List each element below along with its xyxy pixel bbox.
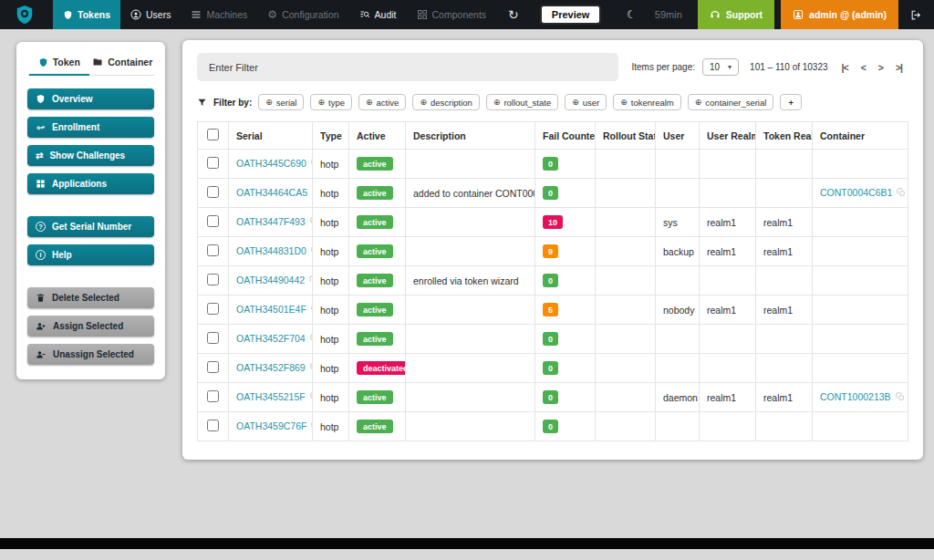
filter-chip[interactable]: ⊕ serial bbox=[258, 94, 304, 110]
show-challenges-button[interactable]: ⇄ Show Challenges bbox=[27, 145, 154, 166]
nav-label: Machines bbox=[206, 9, 247, 20]
delete-selected-button[interactable]: Delete Selected bbox=[27, 287, 154, 308]
tab-container[interactable]: Container bbox=[91, 49, 155, 75]
row-checkbox[interactable] bbox=[207, 157, 219, 169]
filter-chip[interactable]: ⊕ rollout_state bbox=[486, 94, 558, 110]
active-badge[interactable]: active bbox=[357, 186, 393, 200]
token-realm-cell bbox=[756, 150, 813, 179]
container-link[interactable]: CONT1000213B bbox=[820, 391, 891, 402]
row-checkbox[interactable] bbox=[207, 420, 219, 431]
enrollment-button[interactable]: Enrollment bbox=[27, 117, 154, 138]
filter-input[interactable] bbox=[197, 53, 618, 81]
get-serial-number-button[interactable]: ? Get Serial Number bbox=[27, 216, 154, 237]
row-checkbox[interactable] bbox=[207, 244, 219, 256]
token-realm-cell bbox=[756, 179, 813, 208]
nav-machines[interactable]: Machines bbox=[181, 0, 257, 29]
last-page-icon[interactable]: >| bbox=[896, 62, 902, 73]
serial-link[interactable]: OATH3452F704 bbox=[236, 333, 306, 344]
rollout-state-cell bbox=[596, 237, 656, 266]
row-checkbox[interactable] bbox=[207, 274, 219, 285]
applications-button[interactable]: Applications bbox=[27, 173, 154, 194]
filter-chip[interactable]: ⊕ active bbox=[358, 94, 406, 110]
active-badge[interactable]: active bbox=[357, 157, 393, 171]
serial-link[interactable]: OATH3445C690 bbox=[236, 158, 306, 169]
tab-token[interactable]: Token bbox=[27, 49, 91, 75]
active-badge[interactable]: active bbox=[357, 274, 393, 287]
refresh-icon[interactable]: ↻ bbox=[496, 0, 531, 29]
prev-page-icon[interactable]: < bbox=[861, 62, 866, 73]
serial-link[interactable]: OATH3447F493 bbox=[236, 216, 306, 227]
table-row: OATH3452F869 hotp deactivated 0 bbox=[198, 354, 908, 383]
overview-button[interactable]: Overview bbox=[27, 88, 154, 109]
items-per-page-select[interactable]: 10 ▾ bbox=[702, 58, 739, 76]
container-copy-icon[interactable] bbox=[896, 392, 905, 403]
fail-counter-badge: 0 bbox=[543, 157, 558, 171]
add-filter-chip[interactable]: + bbox=[780, 94, 802, 110]
support-button[interactable]: Support bbox=[698, 0, 774, 29]
user-cell bbox=[656, 150, 700, 179]
button-label: Enrollment bbox=[52, 122, 99, 132]
assign-selected-button[interactable]: Assign Selected bbox=[27, 316, 154, 337]
active-badge[interactable]: active bbox=[357, 303, 393, 316]
nav-configuration[interactable]: ⚙ Configuration bbox=[257, 0, 348, 29]
support-label: Support bbox=[726, 9, 763, 20]
help-button[interactable]: i Help bbox=[27, 244, 154, 265]
filter-chip[interactable]: ⊕ container_serial bbox=[688, 94, 774, 110]
unassign-selected-button[interactable]: Unassign Selected bbox=[27, 344, 154, 365]
select-all-checkbox[interactable] bbox=[207, 129, 219, 140]
row-checkbox[interactable] bbox=[207, 361, 219, 373]
active-badge[interactable]: active bbox=[357, 420, 393, 433]
serial-link[interactable]: OATH344831D0 bbox=[236, 245, 306, 256]
preview-button[interactable]: Preview bbox=[540, 5, 602, 25]
fail-counter-badge: 0 bbox=[543, 274, 558, 287]
container-link[interactable]: CONT0004C6B1 bbox=[820, 187, 892, 198]
description-cell bbox=[406, 296, 535, 325]
grid-icon bbox=[36, 179, 46, 189]
nav-users[interactable]: Users bbox=[120, 0, 181, 29]
container-copy-icon[interactable] bbox=[897, 188, 906, 199]
row-checkbox[interactable] bbox=[207, 215, 219, 227]
filter-chip[interactable]: ⊕ tokenrealm bbox=[613, 94, 681, 110]
nav-audit[interactable]: Audit bbox=[349, 0, 407, 29]
serial-link[interactable]: OATH3452F869 bbox=[236, 362, 306, 373]
row-checkbox[interactable] bbox=[207, 332, 219, 344]
serial-link[interactable]: OATH34501E4F bbox=[236, 304, 306, 315]
next-page-icon[interactable]: > bbox=[878, 62, 883, 73]
admin-user-button[interactable]: admin @ (admin) bbox=[781, 0, 898, 29]
row-checkbox[interactable] bbox=[207, 303, 219, 315]
sidebar-tabs: Token Container bbox=[27, 49, 154, 76]
row-checkbox[interactable] bbox=[207, 390, 219, 402]
active-badge[interactable]: deactivated bbox=[357, 361, 406, 375]
dark-mode-icon[interactable]: ☾ bbox=[617, 0, 647, 29]
nav-components[interactable]: Components bbox=[407, 0, 497, 29]
active-badge[interactable]: active bbox=[357, 244, 393, 258]
app-logo[interactable] bbox=[0, 0, 53, 29]
column-header: Description bbox=[406, 122, 535, 150]
copy-icon[interactable] bbox=[309, 275, 312, 286]
rollout-state-cell bbox=[596, 383, 656, 412]
user-realm-cell: realm1 bbox=[700, 237, 756, 266]
user-cell bbox=[656, 179, 700, 208]
active-badge[interactable]: active bbox=[357, 390, 393, 404]
filter-chip[interactable]: ⊕ description bbox=[412, 94, 480, 110]
description-cell bbox=[406, 412, 535, 441]
user-realm-cell bbox=[700, 412, 756, 441]
serial-link[interactable]: OATH3455215F bbox=[236, 391, 306, 402]
caret-down-icon: ▾ bbox=[728, 63, 732, 71]
active-badge[interactable]: active bbox=[357, 332, 393, 346]
button-label: Delete Selected bbox=[52, 293, 119, 303]
filter-chip[interactable]: ⊕ type bbox=[310, 94, 352, 110]
logout-icon[interactable] bbox=[898, 0, 934, 29]
first-page-icon[interactable]: |< bbox=[842, 62, 848, 73]
active-badge[interactable]: active bbox=[357, 215, 393, 229]
fail-counter-badge: 0 bbox=[543, 361, 558, 375]
column-header: Fail Counter bbox=[535, 122, 596, 150]
user-realm-cell bbox=[700, 266, 756, 296]
nav-label: Users bbox=[146, 9, 171, 20]
filter-chip[interactable]: ⊕ user bbox=[565, 94, 607, 110]
serial-link[interactable]: OATH34464CA5 bbox=[236, 187, 307, 198]
serial-link[interactable]: OATH3459C76F bbox=[236, 420, 306, 431]
serial-link[interactable]: OATH34490442 bbox=[236, 275, 305, 285]
nav-tokens[interactable]: Tokens bbox=[53, 0, 120, 29]
row-checkbox[interactable] bbox=[207, 186, 219, 198]
